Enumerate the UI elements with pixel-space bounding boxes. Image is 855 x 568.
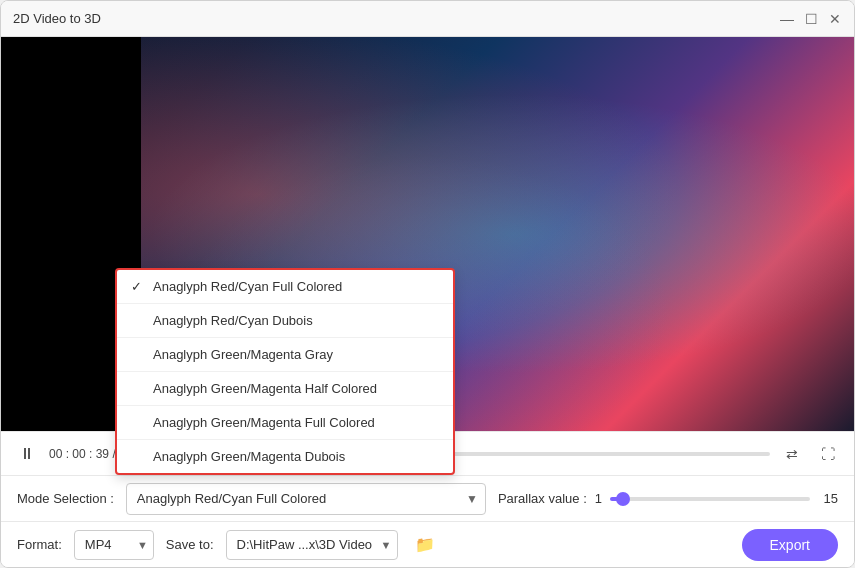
fullscreen-button[interactable]: ⛶ [814, 440, 842, 468]
pause-button[interactable]: ⏸ [13, 440, 41, 468]
dropdown-item-label-3: Anaglyph Green/Magenta Half Colored [153, 381, 377, 396]
dropdown-item-4[interactable]: Anaglyph Green/Magenta Full Colored [117, 406, 453, 440]
dropdown-item-label-1: Anaglyph Red/Cyan Dubois [153, 313, 313, 328]
format-select-container: MP4 AVI MOV MKV ▼ [74, 530, 154, 560]
minimize-button[interactable]: — [780, 12, 794, 26]
dropdown-item-3[interactable]: Anaglyph Green/Magenta Half Colored [117, 372, 453, 406]
parallax-thumb[interactable] [616, 492, 630, 506]
browse-folder-button[interactable]: 📁 [410, 530, 440, 560]
mode-selection-label: Mode Selection : [17, 491, 114, 506]
parallax-label: Parallax value : [498, 491, 587, 506]
save-path-select[interactable]: D:\HitPaw ...x\3D Video [226, 530, 398, 560]
parallax-max-value: 15 [818, 491, 838, 506]
save-to-label: Save to: [166, 537, 214, 552]
save-path-container: D:\HitPaw ...x\3D Video ▼ [226, 530, 398, 560]
app-window: 2D Video to 3D — ☐ ✕ ⏸ 00 : 00 : 39 / 0 … [0, 0, 855, 568]
mode-dropdown-menu[interactable]: ✓ Anaglyph Red/Cyan Full Colored Anaglyp… [115, 268, 455, 475]
format-select[interactable]: MP4 AVI MOV MKV [74, 530, 154, 560]
dropdown-item-label-0: Anaglyph Red/Cyan Full Colored [153, 279, 342, 294]
mode-row: Mode Selection : Anaglyph Red/Cyan Full … [1, 475, 854, 521]
dropdown-item-label-2: Anaglyph Green/Magenta Gray [153, 347, 333, 362]
mode-select[interactable]: Anaglyph Red/Cyan Full Colored Anaglyph … [126, 483, 486, 515]
parallax-section: Parallax value : 1 15 [498, 491, 838, 506]
footer-row: Format: MP4 AVI MOV MKV ▼ Save to: D:\Hi… [1, 521, 854, 567]
window-title: 2D Video to 3D [13, 11, 101, 26]
dropdown-item-5[interactable]: Anaglyph Green/Magenta Dubois [117, 440, 453, 473]
maximize-button[interactable]: ☐ [804, 12, 818, 26]
dropdown-item-2[interactable]: Anaglyph Green/Magenta Gray [117, 338, 453, 372]
window-controls: — ☐ ✕ [780, 12, 842, 26]
dropdown-item-label-5: Anaglyph Green/Magenta Dubois [153, 449, 345, 464]
close-button[interactable]: ✕ [828, 12, 842, 26]
title-bar: 2D Video to 3D — ☐ ✕ [1, 1, 854, 37]
check-icon-0: ✓ [131, 279, 145, 294]
parallax-current-value: 1 [595, 491, 602, 506]
dropdown-item-label-4: Anaglyph Green/Magenta Full Colored [153, 415, 375, 430]
format-label: Format: [17, 537, 62, 552]
swap-button[interactable]: ⇄ [778, 440, 806, 468]
dropdown-item-0[interactable]: ✓ Anaglyph Red/Cyan Full Colored [117, 270, 453, 304]
parallax-slider[interactable] [610, 497, 810, 501]
mode-select-container: Anaglyph Red/Cyan Full Colored Anaglyph … [126, 483, 486, 515]
dropdown-item-1[interactable]: Anaglyph Red/Cyan Dubois [117, 304, 453, 338]
export-button[interactable]: Export [742, 529, 838, 561]
